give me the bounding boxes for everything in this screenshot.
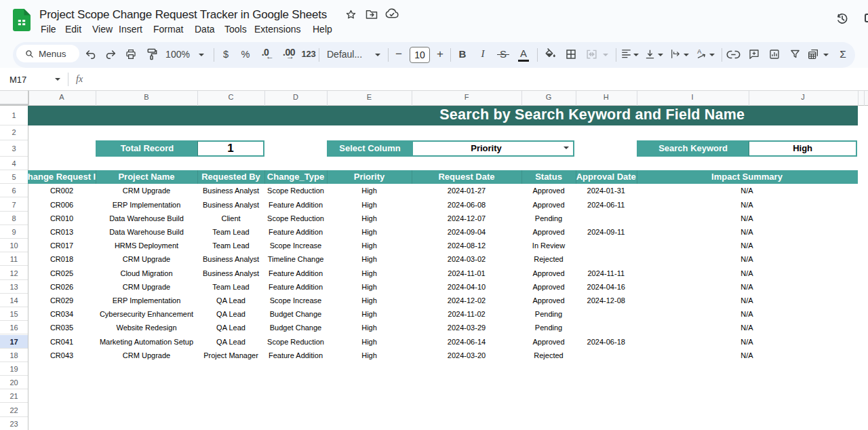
svg-text:A: A [697,48,702,55]
